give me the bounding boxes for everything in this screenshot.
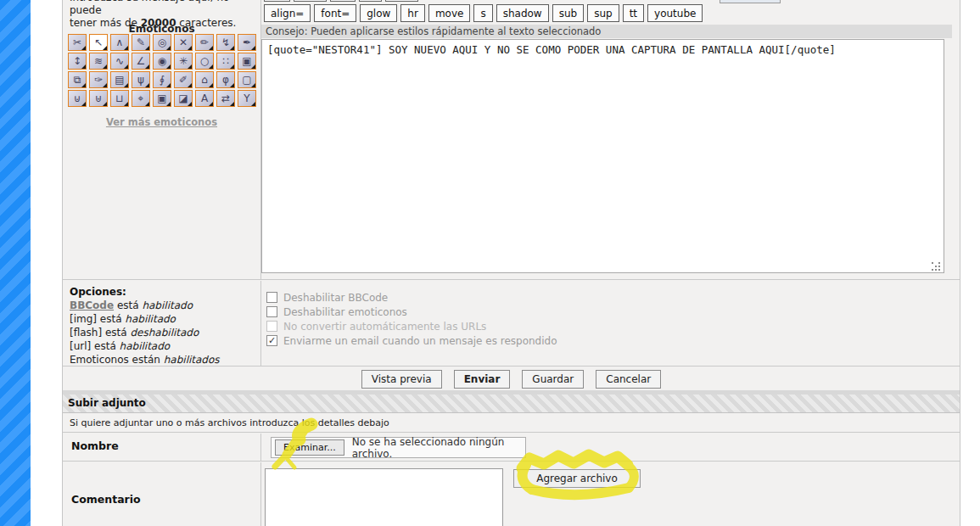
bbcode-glow-button[interactable]: glow	[360, 4, 397, 22]
emoticon-eraser-tool-icon[interactable]: ✳	[174, 53, 193, 70]
checkbox-row: Deshabilitar BBCode	[266, 290, 691, 305]
more-emoticons-link[interactable]: Ver más emoticonos	[63, 116, 260, 128]
bbcode-sub-button[interactable]: sub	[552, 4, 584, 22]
form-actions: Vista previaEnviarGuardarCancelar	[63, 367, 960, 390]
emoticon-pen-tool-icon[interactable]: ✎	[132, 34, 150, 51]
emoticon-airbrush-tool-icon[interactable]: ✏	[195, 34, 214, 51]
attachment-name-label: Nombre	[71, 439, 119, 452]
comment-textarea[interactable]	[265, 468, 503, 526]
cutoff-toolbar-button[interactable]	[385, 0, 418, 2]
attachment-comment-row	[63, 462, 960, 526]
option-status-line: [flash] está deshabilitado	[70, 326, 258, 339]
emoticon-move-tool-icon[interactable]: ⇄	[216, 90, 235, 107]
cutoff-toolbar-button[interactable]	[359, 0, 382, 2]
add-file-button[interactable]: Agregar archivo	[513, 469, 641, 488]
checkbox-label: Deshabilitar BBCode	[283, 292, 388, 304]
option-status-line: [img] está habilitado	[70, 312, 258, 326]
checkbox-row: Deshabilitar emoticonos	[266, 305, 691, 319]
checkbox[interactable]	[266, 292, 277, 303]
options-block: Opciones: BBCode está habilitado[img] es…	[70, 285, 258, 367]
emoticon-concentric-tool-icon[interactable]: ▣	[153, 90, 171, 107]
emoticon-fill-swap-tool-icon[interactable]: ⊎	[89, 90, 108, 107]
cutoff-toolbar-button[interactable]	[264, 0, 290, 2]
file-input[interactable]: Examinar... No se ha seleccionado ningún…	[271, 437, 526, 458]
enviar-button[interactable]: Enviar	[454, 370, 511, 389]
vista-previa-button[interactable]: Vista previa	[361, 370, 442, 389]
posting-checkboxes: Deshabilitar BBCodeDeshabilitar emoticon…	[266, 290, 691, 348]
bbcode-s-button[interactable]: s	[473, 4, 492, 22]
option-status-line: [url] está habilitado	[70, 339, 258, 353]
checkbox[interactable]	[266, 321, 277, 332]
checkbox[interactable]	[266, 306, 277, 317]
resize-grip-icon[interactable]	[932, 262, 942, 272]
emoticon-overlap-shapes-tool-icon[interactable]: ⧉	[68, 71, 87, 88]
emoticon-node-tool-icon[interactable]: ✕	[174, 34, 193, 51]
bbcode-move-button[interactable]: move	[428, 4, 471, 22]
emoticon-shape-tool-icon[interactable]: ∧	[110, 34, 129, 51]
cutoff-select-dropdown[interactable]	[720, 0, 781, 3]
emoticon-rake-tool-icon[interactable]: ψ	[132, 71, 150, 88]
emoticon-text-tool-icon[interactable]: A	[195, 90, 214, 107]
checkbox[interactable]: ✓	[266, 335, 277, 346]
option-status-line: Emoticonos están habilitados	[70, 353, 258, 367]
attachment-comment-label: Comentario	[71, 493, 141, 506]
emoticons-heading: Emoticonos	[63, 23, 260, 35]
bbcode-hr-button[interactable]: hr	[400, 4, 425, 22]
emoticon-paint-can-tool-icon[interactable]: ⊔	[110, 90, 129, 107]
column-divider	[260, 462, 261, 526]
emoticon-steps-tool-icon[interactable]: ▤	[110, 71, 129, 88]
option-status-line: BBCode está habilitado	[70, 299, 258, 312]
emoticon-blob-tool-icon[interactable]: ◉	[153, 53, 171, 70]
emoticon-bucket-fill-tool-icon[interactable]: ⊍	[68, 90, 87, 107]
emoticon-pick-tool-icon[interactable]: ↖	[89, 34, 108, 51]
emoticon-spray-tool-icon[interactable]: ∿	[110, 53, 129, 70]
bbcode-sup-button[interactable]: sup	[587, 4, 619, 22]
cancelar-button[interactable]: Cancelar	[596, 370, 661, 389]
style-tip-bar: Consejo: Pueden aplicarse estilos rápida…	[261, 25, 952, 38]
emoticon-box3d-tool-icon[interactable]: ▣	[238, 53, 256, 70]
browse-button[interactable]: Examinar...	[275, 439, 344, 456]
no-file-selected-text: No se ha seleccionado ningún archivo.	[352, 436, 522, 460]
message-textarea[interactable]: [quote="NESTOR41"] SOY NUEVO AQUI Y NO S…	[261, 39, 944, 273]
bbcode-align-button[interactable]: align=	[264, 4, 311, 22]
emoticon-grid-tool-icon[interactable]: ⌖	[132, 90, 150, 107]
emoticon-transform-tool-icon[interactable]: ∷	[216, 53, 235, 70]
emoticon-smudge-tool-icon[interactable]: ≋	[89, 53, 108, 70]
emoticon-bottle-tool-icon[interactable]: φ	[216, 71, 235, 88]
emoticon-nib-tool-icon[interactable]: ✒	[238, 34, 256, 51]
bbcode-link[interactable]: BBCode	[70, 299, 114, 311]
emoticon-pressure-pen-tool-icon[interactable]: ✐	[174, 71, 193, 88]
emoticon-angle-tool-icon[interactable]: ∠	[132, 53, 150, 70]
attachment-hint: Si quiere adjuntar uno o más archivos in…	[63, 414, 960, 433]
emoticon-rectangle-tool-icon[interactable]: ▢	[238, 71, 256, 88]
cutoff-toolbar-button[interactable]	[330, 0, 356, 2]
checkbox-label: Enviarme un email cuando un mensaje es r…	[283, 335, 557, 347]
emoticon-connector-tool-icon[interactable]: ↯	[216, 34, 235, 51]
emoticon-ellipse-tool-icon[interactable]: ○	[195, 53, 214, 70]
emoticon-zoom-tool-icon[interactable]: ◎	[153, 34, 171, 51]
striped-side-band	[0, 0, 31, 526]
emoticon-spoon-tool-icon[interactable]: ∮	[153, 71, 171, 88]
emoticon-dimension-tool-icon[interactable]: ↕	[68, 53, 87, 70]
bbcode-youtube-button[interactable]: youtube	[647, 4, 703, 22]
bbcode-toolbar: align=font=glowhrmovesshadowsubsupttyout…	[264, 4, 951, 22]
emoticons-grid: ✂↖∧✎◎✕✏↯✒↕≋∿∠◉✳○∷▣⧉✑▤ψ∮✐⌂φ▢⊍⊎⊔⌖▣◪A⇄Y	[68, 34, 258, 107]
checkbox-label: No convertir automáticamente las URLs	[283, 321, 486, 333]
emoticon-shadow-square-tool-icon[interactable]: ◪	[174, 90, 193, 107]
checkbox-label: Deshabilitar emoticonos	[283, 306, 407, 318]
emoticon-glass-tool-icon[interactable]: Y	[238, 90, 256, 107]
bbcode-tt-button[interactable]: tt	[623, 4, 644, 22]
emoticon-crop-tool-icon[interactable]: ✂	[68, 34, 87, 51]
post-editor-panel: Introduzca su mensaje aquí; no puede ten…	[62, 0, 960, 526]
emoticon-polygon-tool-icon[interactable]: ⌂	[195, 71, 214, 88]
attachment-section-header: Subir adjunto	[63, 394, 960, 413]
option-tag: [flash]	[70, 327, 102, 339]
column-divider	[260, 281, 261, 367]
bbcode-font-button[interactable]: font=	[314, 4, 356, 22]
checkbox-row: ✓Enviarme un email cuando un mensaje es …	[266, 333, 691, 348]
bbcode-shadow-button[interactable]: shadow	[496, 4, 549, 22]
guardar-button[interactable]: Guardar	[522, 370, 584, 389]
emoticon-calligraphy-tool-icon[interactable]: ✑	[89, 71, 108, 88]
option-tag: [url]	[70, 340, 91, 352]
cutoff-toolbar-button[interactable]	[294, 0, 327, 2]
